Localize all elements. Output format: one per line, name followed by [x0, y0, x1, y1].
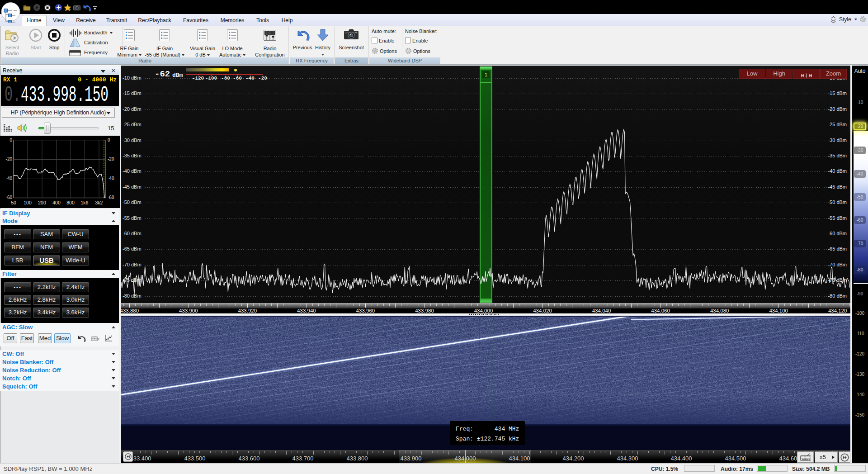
svg-text:433.998.150: 433.998.150 [21, 83, 108, 106]
svg-text:0.: 0. [5, 83, 21, 106]
